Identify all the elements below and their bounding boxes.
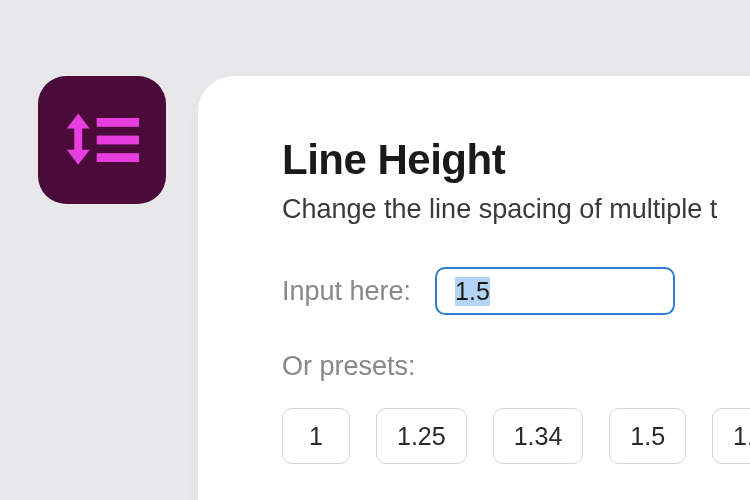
svg-rect-5	[97, 153, 139, 162]
card-title: Line Height	[282, 136, 750, 184]
preset-button-1-67[interactable]: 1.67	[712, 408, 750, 464]
svg-rect-3	[97, 118, 139, 127]
preset-button-1-5[interactable]: 1.5	[609, 408, 686, 464]
preset-button-1-25[interactable]: 1.25	[376, 408, 467, 464]
presets-label: Or presets:	[282, 351, 750, 382]
svg-rect-2	[74, 126, 82, 152]
svg-rect-4	[97, 136, 139, 145]
input-label: Input here:	[282, 276, 411, 307]
app-icon	[38, 76, 166, 204]
card-subtitle: Change the line spacing of multiple t	[282, 194, 750, 225]
preset-button-1-34[interactable]: 1.34	[493, 408, 584, 464]
line-height-icon	[58, 96, 146, 184]
line-height-input[interactable]	[435, 267, 675, 315]
input-row: Input here:	[282, 267, 750, 315]
preset-button-1[interactable]: 1	[282, 408, 350, 464]
presets-row: 1 1.25 1.34 1.5 1.67	[282, 408, 750, 464]
settings-card: Line Height Change the line spacing of m…	[198, 76, 750, 500]
